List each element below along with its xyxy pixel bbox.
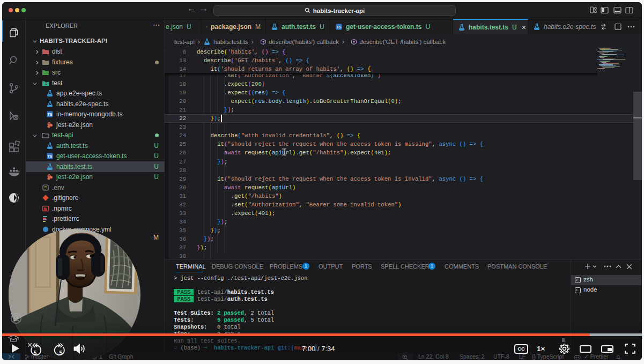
svg-text:5: 5 — [60, 350, 63, 356]
svg-text:5: 5 — [34, 350, 37, 356]
